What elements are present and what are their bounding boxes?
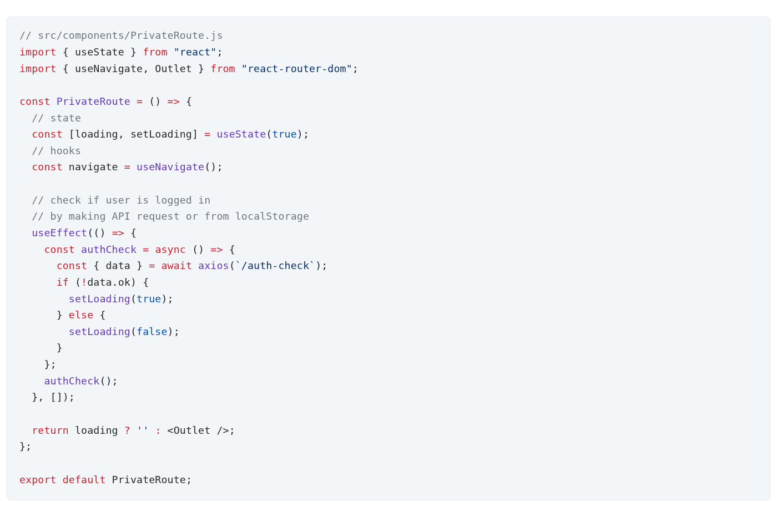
code-token: authCheck (81, 244, 137, 255)
code-token: ; (352, 63, 359, 74)
code-token: PrivateRoute (57, 95, 130, 107)
code-line (19, 77, 758, 93)
code-line: const PrivateRoute = () => { (19, 93, 758, 110)
code-token: await (161, 260, 192, 271)
code-token: else (69, 309, 93, 321)
code-token (19, 260, 57, 271)
code-line: // state (19, 110, 758, 126)
code-line: authCheck(); (19, 373, 758, 389)
code-token (19, 112, 32, 124)
code-token: ); (161, 293, 173, 305)
code-token: // check if user is logged in (32, 194, 210, 206)
code-token (19, 276, 57, 288)
code-token (210, 128, 216, 140)
code-token: { useNavigate, Outlet } (57, 63, 211, 74)
code-token (19, 293, 69, 305)
code-token: const (32, 128, 63, 140)
code-token: }; (19, 440, 32, 452)
code-token: "react" (174, 46, 217, 58)
code-token (19, 145, 32, 156)
code-token: ( (266, 128, 272, 140)
code-token (51, 95, 57, 107)
code-token: { (93, 309, 105, 321)
code-token: `/auth-check` (235, 260, 315, 271)
code-line: const authCheck = async () => { (19, 241, 758, 258)
code-line: if (!data.ok) { (19, 274, 758, 291)
code-token: (() (87, 227, 112, 239)
code-line: }; (19, 356, 758, 373)
code-token: axios (198, 260, 229, 271)
code-token (19, 326, 69, 337)
code-token: // hooks (32, 145, 81, 156)
code-token: // state (32, 112, 81, 124)
code-line: // src/components/PrivateRoute.js (19, 27, 758, 44)
code-token: { useState } (57, 46, 143, 58)
code-line: const { data } = await axios(`/auth-chec… (19, 257, 758, 274)
code-token: true (272, 128, 296, 140)
code-token: setLoading (69, 326, 130, 337)
code-block[interactable]: // src/components/PrivateRoute.jsimport … (7, 17, 770, 500)
code-token: }; (19, 358, 57, 370)
code-token: ( (130, 326, 137, 337)
code-token: useEffect (32, 227, 87, 239)
code-line: setLoading(false); (19, 323, 758, 340)
code-token: => (112, 227, 124, 239)
code-token: false (137, 326, 168, 337)
code-token (57, 474, 63, 485)
code-token: const (44, 244, 75, 255)
code-token: ); (168, 326, 180, 337)
code-token: ); (315, 260, 327, 271)
code-token: }, []); (19, 391, 75, 403)
code-token: ( (69, 276, 81, 288)
code-token (149, 424, 155, 436)
code-token (130, 95, 137, 107)
code-token: = (124, 161, 130, 173)
code-token: PrivateRoute; (106, 474, 193, 485)
code-token: () (186, 244, 210, 255)
code-token: () (143, 95, 167, 107)
code-token: authCheck (44, 375, 99, 387)
code-token: export (19, 474, 57, 485)
code-token (168, 46, 174, 58)
code-token: navigate (63, 161, 124, 173)
code-token: ? (124, 424, 130, 436)
code-token: } (19, 309, 69, 321)
code-token: const (19, 95, 51, 107)
code-token (192, 260, 198, 271)
code-token: = (204, 128, 210, 140)
code-token (19, 128, 32, 140)
code-token: useNavigate (137, 161, 204, 173)
code-token (149, 244, 155, 255)
code-line: import { useNavigate, Outlet } from "rea… (19, 60, 758, 77)
code-token: (); (204, 161, 223, 173)
code-line: } (19, 340, 758, 356)
code-token: const (32, 161, 63, 173)
code-token: ! (81, 276, 87, 288)
code-token: from (143, 46, 167, 58)
code-line: }, []); (19, 389, 758, 406)
code-content: // src/components/PrivateRoute.jsimport … (19, 27, 758, 488)
code-token: ); (297, 128, 309, 140)
code-token (130, 424, 137, 436)
code-token: data.ok) { (87, 276, 149, 288)
code-token: = (137, 95, 143, 107)
code-token: = (149, 260, 155, 271)
code-line (19, 175, 758, 192)
code-token: : (155, 424, 161, 436)
code-token: setLoading (69, 293, 130, 305)
code-line: }; (19, 438, 758, 455)
code-token: "react-router-dom" (241, 63, 352, 74)
code-token: useState (216, 128, 266, 140)
code-token (137, 244, 143, 255)
code-token (19, 244, 44, 255)
code-line (19, 455, 758, 472)
code-token: => (210, 244, 223, 255)
code-token: loading (69, 424, 124, 436)
code-token: { (180, 95, 192, 107)
code-line: export default PrivateRoute; (19, 472, 758, 488)
code-token (19, 227, 32, 239)
code-token: { data } (87, 260, 149, 271)
code-line: // check if user is logged in (19, 192, 758, 209)
code-token: true (137, 293, 161, 305)
code-line: // hooks (19, 143, 758, 159)
